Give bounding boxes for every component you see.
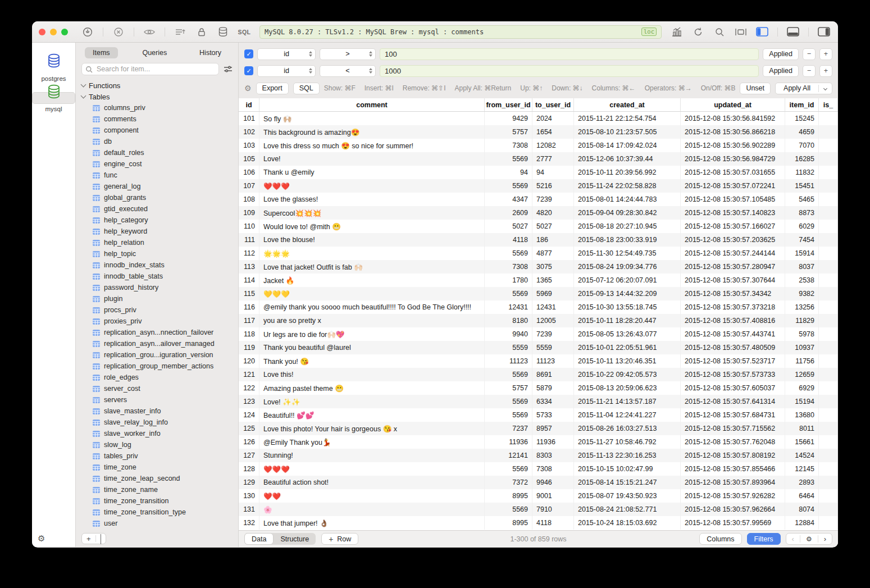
cell-item_id[interactable]: 8074 xyxy=(785,503,819,516)
cell-item_id[interactable]: 8873 xyxy=(785,206,819,220)
cell-to_user_id[interactable]: 1365 xyxy=(532,274,574,287)
filter-enabled-checkbox[interactable]: ✓ xyxy=(244,49,253,58)
cell-from_user_id[interactable]: 9940 xyxy=(485,327,532,341)
tree-section-functions[interactable]: Functions xyxy=(76,80,238,91)
table-row[interactable]: 106Thank u @emily94942015-10-11 20:39:56… xyxy=(239,166,838,179)
cell-to_user_id[interactable]: 7239 xyxy=(532,193,574,206)
sidebar-item-user[interactable]: user xyxy=(76,518,238,529)
column-header-from_user_id[interactable]: from_user_id xyxy=(485,98,532,111)
table-row[interactable]: 119Thank you beautiful @laurel5559555920… xyxy=(239,341,838,354)
chart-icon[interactable] xyxy=(669,26,684,38)
cell-comment[interactable]: ❤️❤️❤️ xyxy=(259,462,485,476)
table-row[interactable]: 109Supercool💥💥💥260948202015-09-04 09:28:… xyxy=(239,206,838,220)
table-row[interactable]: 122Amazing pastel theme 😬575758792015-08… xyxy=(239,381,838,395)
sidebar-item-help_keyword[interactable]: help_keyword xyxy=(76,226,238,237)
column-header-updated_at[interactable]: updated_at xyxy=(681,98,785,111)
cell-id[interactable]: 132 xyxy=(239,516,259,530)
filter-value-input[interactable] xyxy=(380,48,759,60)
cell-id[interactable]: 131 xyxy=(239,503,259,516)
cell-item_id[interactable]: 5978 xyxy=(785,327,819,341)
filter-options-icon[interactable] xyxy=(224,65,233,73)
cell-comment[interactable]: Jacket 🔥 xyxy=(259,274,485,287)
tab-items[interactable]: Items xyxy=(85,47,118,58)
sidebar-item-default_roles[interactable]: default_roles xyxy=(76,147,238,158)
cell-created_at[interactable]: 2015-08-14 17:09:42.024 xyxy=(574,139,681,152)
table-row[interactable]: 120Thank you! 😘11123111232015-10-11 13:2… xyxy=(239,354,838,368)
cell-from_user_id[interactable]: 5757 xyxy=(485,381,532,395)
cell-id[interactable]: 119 xyxy=(239,341,259,354)
table-row[interactable]: 107❤️❤️❤️556952162015-11-24 22:02:58.828… xyxy=(239,179,838,193)
cell-to_user_id[interactable]: 5733 xyxy=(532,408,574,422)
cell-item_id[interactable]: 12884 xyxy=(785,516,819,530)
table-row[interactable]: 105Love!556927772015-12-06 10:37:39.4420… xyxy=(239,152,838,166)
sidebar-item-replication_asyn...nnection_failover[interactable]: replication_asyn...nnection_failover xyxy=(76,327,238,338)
toggle-right-panel-icon[interactable] xyxy=(817,26,831,38)
cell-id[interactable]: 116 xyxy=(239,300,259,314)
cell-id[interactable]: 106 xyxy=(239,166,259,179)
cell-created_at[interactable]: 2015-08-01 14:24:44.783 xyxy=(574,193,681,206)
filter-operator-select[interactable]: < xyxy=(320,65,376,77)
cell-is_[interactable] xyxy=(819,300,838,314)
cell-updated_at[interactable]: 2015-12-08 15:30:57.855466 xyxy=(681,462,785,476)
cell-comment[interactable]: Thank you beautiful @laurel xyxy=(259,341,485,354)
cell-updated_at[interactable]: 2015-12-08 15:30:56.984729 xyxy=(681,152,785,166)
cell-item_id[interactable]: 11832 xyxy=(785,166,819,179)
sidebar-item-slow_log[interactable]: slow_log xyxy=(76,439,238,450)
cell-comment[interactable]: Love the glasses! xyxy=(259,193,485,206)
cell-id[interactable]: 108 xyxy=(239,193,259,206)
cell-is_[interactable] xyxy=(819,233,838,247)
cell-from_user_id[interactable]: 5569 xyxy=(485,462,532,476)
sidebar-item-general_log[interactable]: general_log xyxy=(76,181,238,192)
cell-is_[interactable] xyxy=(819,274,838,287)
cell-from_user_id[interactable]: 5569 xyxy=(485,179,532,193)
table-row[interactable]: 118Ur legs are to die for🙌🏻💖994072392015… xyxy=(239,327,838,341)
cell-from_user_id[interactable]: 9429 xyxy=(485,112,532,125)
add-row-button[interactable]: + Row xyxy=(321,533,358,545)
cell-from_user_id[interactable]: 5757 xyxy=(485,125,532,139)
cell-item_id[interactable]: 8037 xyxy=(785,260,819,274)
cell-to_user_id[interactable]: 4877 xyxy=(532,247,574,260)
structure-tab[interactable]: Structure xyxy=(274,533,316,545)
cell-from_user_id[interactable]: 11123 xyxy=(485,354,532,368)
lock-icon[interactable] xyxy=(194,26,209,38)
sidebar-item-engine_cost[interactable]: engine_cost xyxy=(76,158,238,170)
minimize-window-button[interactable] xyxy=(50,29,57,35)
cell-to_user_id[interactable]: 5879 xyxy=(532,381,574,395)
cell-item_id[interactable]: 4659 xyxy=(785,125,819,139)
cell-item_id[interactable]: 10937 xyxy=(785,341,819,354)
filter-settings-gear-icon[interactable]: ⚙ xyxy=(244,84,252,92)
sidebar-item-servers[interactable]: servers xyxy=(76,394,238,405)
table-row[interactable]: 103Love this dress so much 😍 so nice for… xyxy=(239,139,838,152)
cell-item_id[interactable]: 13256 xyxy=(785,300,819,314)
column-header-to_user_id[interactable]: to_user_id xyxy=(532,98,574,111)
table-row[interactable]: 117you are so pretty x8180120052015-10-1… xyxy=(239,314,838,327)
cell-is_[interactable] xyxy=(819,354,838,368)
cell-updated_at[interactable]: 2015-12-08 15:30:57.203625 xyxy=(681,233,785,247)
tab-queries[interactable]: Queries xyxy=(134,47,175,58)
cell-item_id[interactable]: 15914 xyxy=(785,247,819,260)
cell-to_user_id[interactable]: 1654 xyxy=(532,125,574,139)
cell-to_user_id[interactable]: 7308 xyxy=(532,462,574,476)
columns-button[interactable]: Columns xyxy=(699,533,741,545)
cell-created_at[interactable]: 2015-08-18 20:27:10.945 xyxy=(574,220,681,233)
cell-to_user_id[interactable]: 5027 xyxy=(532,220,574,233)
cell-updated_at[interactable]: 2015-12-08 15:30:57.523717 xyxy=(681,354,785,368)
column-header-comment[interactable]: comment xyxy=(259,98,485,111)
filter-remove-button[interactable]: − xyxy=(803,48,816,60)
cell-from_user_id[interactable]: 11936 xyxy=(485,435,532,449)
column-header-item_id[interactable]: item_id xyxy=(785,98,819,111)
cell-comment[interactable]: Thank you! 😘 xyxy=(259,354,485,368)
cell-created_at[interactable]: 2015-08-13 20:59:06.623 xyxy=(574,381,681,395)
filter-applied-button[interactable]: Applied xyxy=(763,48,799,60)
cell-created_at[interactable]: 2015-10-24 18:15:03.692 xyxy=(574,516,681,530)
cell-updated_at[interactable]: 2015-12-08 15:30:57.684731 xyxy=(681,408,785,422)
cell-id[interactable]: 107 xyxy=(239,179,259,193)
cell-comment[interactable]: 💛💛💛 xyxy=(259,287,485,300)
sidebar-item-proxies_priv[interactable]: proxies_priv xyxy=(76,316,238,327)
cell-created_at[interactable]: 2015-11-30 12:54:49.735 xyxy=(574,247,681,260)
sidebar-item-slave_master_info[interactable]: slave_master_info xyxy=(76,405,238,417)
unset-button[interactable]: Unset xyxy=(740,83,771,94)
sidebar-item-innodb_table_stats[interactable]: innodb_table_stats xyxy=(76,271,238,282)
cell-from_user_id[interactable]: 5559 xyxy=(485,341,532,354)
table-row[interactable]: 127Stunning!1214183032015-11-13 22:30:16… xyxy=(239,449,838,462)
